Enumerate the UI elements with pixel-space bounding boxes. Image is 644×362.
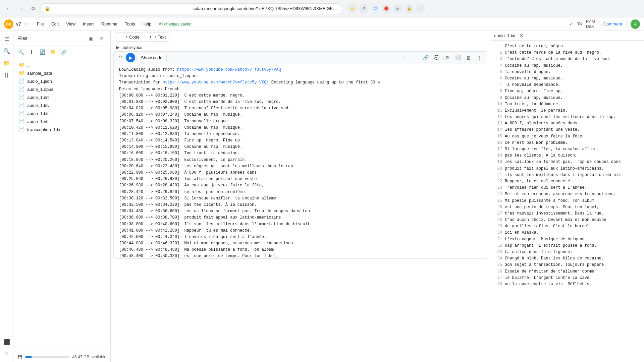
forward-button[interactable]: → <box>16 4 25 13</box>
sidebar-item-audio_1-opus[interactable]: 📄audio_1.opus <box>13 85 110 93</box>
main-layout: ☰ 🔍 📁 {} ⬛ ≡ Files ▣ ✕ 🔍 ⬆ 🔄 📁 🔗 📁..📁sam… <box>0 31 644 362</box>
cell-comment-btn[interactable]: 💬 <box>432 53 441 62</box>
run-button[interactable]: ▶ <box>126 53 135 62</box>
ext-addon1[interactable]: 🔴 <box>382 4 391 13</box>
line-number: 13 <box>494 120 502 127</box>
expand-icon[interactable]: ▶ <box>116 45 120 50</box>
line-number: 16 <box>494 140 502 146</box>
right-panel-header: audio_1.txt ✕ <box>490 31 644 41</box>
cell-down-btn[interactable]: ↓ <box>410 53 420 62</box>
cell-number: 22s <box>116 56 124 60</box>
cell-expand-btn[interactable]: ⬜ <box>453 53 463 62</box>
menu-help[interactable]: Help <box>139 20 155 28</box>
line-number: 9 <box>494 95 502 101</box>
right-panel-line: 1C'est cette merde, négro. <box>494 43 640 50</box>
sidebar-close-btn[interactable]: ✕ <box>97 34 106 43</box>
output-link[interactable]: https://www.youtube.com/watch?v=fJutv5y-… <box>163 80 269 85</box>
cell-output[interactable]: Downloading audio from: https://www.yout… <box>114 64 487 258</box>
right-panel-line: 6Cocaine au rap, musique. <box>494 75 640 82</box>
cell-settings-btn[interactable]: ⚙ <box>442 53 452 62</box>
menu-file[interactable]: File <box>34 20 47 28</box>
hamburger-icon[interactable]: ☰ <box>1 34 12 44</box>
sidebar-search-btn[interactable]: 🔍 <box>16 47 25 57</box>
tab-name[interactable]: audio_1.txt <box>494 33 516 38</box>
sidebar-folder-btn[interactable]: 📁 <box>48 47 58 57</box>
line-number: 8 <box>494 88 502 95</box>
line-number: 17 <box>494 146 502 153</box>
terminal-icon[interactable]: ⬛ <box>1 337 12 347</box>
ext-lock[interactable]: 🔒 <box>405 4 414 13</box>
line-number: 6 <box>494 75 502 82</box>
sidebar-panel-btn[interactable]: ▣ <box>86 34 96 43</box>
cell-link-btn[interactable]: 🔗 <box>421 53 430 62</box>
output-line: [00:26.980 --> 00:28.420] Au cas que je … <box>119 182 481 189</box>
sidebar-item-audio_1-tsv[interactable]: 📄audio_1.tsv <box>13 101 110 109</box>
menu-insert[interactable]: Insert <box>79 20 97 28</box>
sidebar-link-btn[interactable]: 🔗 <box>59 47 68 57</box>
comment-button[interactable]: Comment <box>599 20 627 28</box>
right-panel-content[interactable]: 1C'est cette merde, négro.2C'est cette m… <box>490 41 644 362</box>
menu-bar: File Edit View Insert Runtime Tools Help <box>34 20 155 28</box>
ext-shield[interactable]: 🛡 <box>370 4 380 13</box>
plus-icon: ＋ <box>120 34 124 40</box>
line-number: 26 <box>494 204 502 210</box>
right-panel-line: 34Chargé à blob. Dans les kilos de cocaï… <box>494 255 640 262</box>
menu-edit[interactable]: Edit <box>48 20 62 28</box>
folder-icon: 📁 <box>19 70 24 76</box>
cell-more-btn[interactable]: ⋮ <box>475 53 484 62</box>
ext-addon2[interactable]: io <box>393 4 402 13</box>
list-icon[interactable]: ≡ <box>1 349 12 359</box>
output-line: Transcription for https://www.youtube.co… <box>119 79 481 86</box>
sidebar-item---[interactable]: 📁.. <box>13 61 110 69</box>
line-number: 38 <box>494 281 502 288</box>
disk-info: 💾 46.47 GB available <box>17 355 106 359</box>
right-panel-line: 29de gorilles mafias. C'est le bordel <box>494 223 640 230</box>
menu-tools[interactable]: Tools <box>121 20 138 28</box>
right-panel-line: 23T'envoies rien qui sert à l'année. <box>494 185 640 191</box>
sidebar-item-label: audio_1.txt <box>27 111 49 116</box>
cell-up-btn[interactable]: ↑ <box>399 53 409 62</box>
output-line: [00:06.120 --> 00:07.240] Cocaine au rap… <box>119 112 481 118</box>
ext-dots[interactable]: ⋯ <box>416 4 425 13</box>
ext-bookmark[interactable]: ⭐ <box>347 4 357 13</box>
add-code-button[interactable]: ＋ + Code <box>116 32 143 42</box>
sidebar-item-transcription_1-txt[interactable]: 📄transcription_1.txt <box>13 125 110 133</box>
star-button[interactable]: ☆ <box>24 21 28 27</box>
output-link[interactable]: https://www.youtube.com/watch?v=fJutv5y-… <box>177 67 281 72</box>
right-panel-line: 13À 600 f, plusieurs années dans <box>494 120 640 127</box>
files-icon[interactable]: 📁 <box>1 58 12 68</box>
output-line: [00:00.000 --> 00:01.220] C'est cette me… <box>119 93 481 99</box>
back-button[interactable]: ← <box>4 4 13 13</box>
sidebar-item-label: sample_data <box>27 71 52 76</box>
add-text-button[interactable]: ＋ + Text <box>145 32 169 42</box>
show-code-button[interactable]: Show code <box>137 54 167 62</box>
right-panel-line: 37le balafré. L'argent contre la cave <box>494 275 640 281</box>
sidebar-item-sample_data[interactable]: 📁sample_data <box>13 69 110 77</box>
menu-view[interactable]: View <box>63 20 79 28</box>
file-icon: 📄 <box>19 95 24 100</box>
ext-share[interactable]: ↗ <box>359 4 368 13</box>
sidebar-item-audio_1-json[interactable]: 📄audio_1.json <box>13 77 110 85</box>
output-line: [00:34.480 --> 00:36.600] Les cailloux s… <box>119 208 481 215</box>
address-bar[interactable]: 🔒 colab.research.google.com/drive/1nEPKQ… <box>40 3 342 14</box>
sidebar-refresh-btn[interactable]: 🔄 <box>38 47 47 57</box>
right-panel-line: 32Rap arrogant. L'extrait poussé à fond. <box>494 243 640 249</box>
cell-delete-btn[interactable]: 🗑 <box>464 53 473 62</box>
user-avatar[interactable]: A <box>631 19 640 29</box>
close-tab-button[interactable]: ✕ <box>520 33 524 38</box>
sidebar-item-audio_1-vtt[interactable]: 📄audio_1.vtt <box>13 117 110 125</box>
line-number: 19 <box>494 159 502 165</box>
code-icon[interactable]: {} <box>1 70 12 80</box>
disk-icon: 💾 <box>17 355 22 359</box>
sidebar-bottom: 💾 46.47 GB available <box>13 352 110 362</box>
line-number: 14 <box>494 127 502 133</box>
line-number: 5 <box>494 69 502 75</box>
sidebar-item-audio_1-txt[interactable]: 📄audio_1.txt <box>13 109 110 117</box>
right-panel-line: 20produit fait appel aux latino-américai… <box>494 166 640 172</box>
search-icon[interactable]: 🔍 <box>1 46 12 56</box>
right-panel-line: 12Les nègres qui sont les meilleurs dans… <box>494 114 640 120</box>
reload-button[interactable]: ↻ <box>28 4 38 13</box>
menu-runtime[interactable]: Runtime <box>98 20 121 28</box>
sidebar-item-audio_1-srt[interactable]: 📄audio_1.srt <box>13 93 110 101</box>
sidebar-upload-btn[interactable]: ⬆ <box>27 47 36 57</box>
